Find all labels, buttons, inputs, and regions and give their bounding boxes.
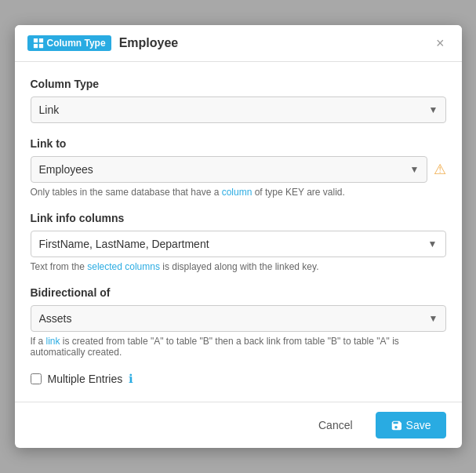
link-to-select-wrapper: Employees Assets Departments ▼ bbox=[31, 156, 427, 183]
table-icon bbox=[33, 38, 44, 49]
cancel-button[interactable]: Cancel bbox=[303, 412, 368, 438]
multiple-entries-label: Multiple Entries bbox=[48, 373, 123, 385]
warning-icon: ⚠ bbox=[434, 161, 446, 178]
column-type-label: Column Type bbox=[31, 78, 446, 90]
multiple-entries-row: Multiple Entries ℹ bbox=[31, 372, 446, 386]
column-type-group: Column Type Link Text Number Date ▼ bbox=[31, 78, 446, 123]
column-type-badge-label: Column Type bbox=[47, 38, 106, 49]
link-info-arrow-icon: ▼ bbox=[428, 238, 438, 249]
link-info-value: FirstName, LastName, Department bbox=[39, 238, 209, 250]
link-to-select[interactable]: Employees Assets Departments bbox=[31, 156, 427, 183]
svg-rect-2 bbox=[33, 44, 37, 48]
modal-overlay: Column Type Employee × Column Type Link … bbox=[0, 0, 476, 473]
modal-footer: Cancel Save bbox=[15, 402, 462, 448]
link-to-hint: Only tables in the same database that ha… bbox=[31, 187, 446, 198]
close-button[interactable]: × bbox=[431, 35, 449, 52]
modal-body: Column Type Link Text Number Date ▼ Link… bbox=[15, 62, 462, 402]
multiple-entries-checkbox[interactable] bbox=[31, 373, 42, 384]
modal-dialog: Column Type Employee × Column Type Link … bbox=[15, 25, 462, 448]
link-to-row: Employees Assets Departments ▼ ⚠ bbox=[31, 156, 446, 183]
column-type-select[interactable]: Link Text Number Date bbox=[31, 96, 446, 123]
column-type-icon-badge: Column Type bbox=[27, 35, 111, 51]
svg-rect-0 bbox=[33, 38, 37, 42]
svg-rect-1 bbox=[38, 38, 42, 42]
multiple-entries-info-icon[interactable]: ℹ bbox=[129, 372, 133, 386]
bidirectional-hint: If a link is created from table "A" to t… bbox=[31, 336, 446, 358]
bidirectional-select-wrapper: Assets Employees Departments ▼ bbox=[31, 305, 446, 332]
link-to-label: Link to bbox=[31, 137, 446, 150]
column-type-select-wrapper: Link Text Number Date ▼ bbox=[31, 96, 446, 123]
modal-header: Column Type Employee × bbox=[15, 25, 462, 62]
link-info-group: Link info columns FirstName, LastName, D… bbox=[31, 212, 446, 272]
link-info-hint: Text from the selected columns is displa… bbox=[31, 261, 446, 272]
save-button[interactable]: Save bbox=[376, 412, 446, 438]
svg-rect-3 bbox=[38, 44, 42, 48]
link-info-label: Link info columns bbox=[31, 212, 446, 224]
bidirectional-select[interactable]: Assets Employees Departments bbox=[31, 305, 446, 332]
link-to-group: Link to Employees Assets Departments ▼ ⚠… bbox=[31, 137, 446, 198]
bidirectional-group: Bidirectional of Assets Employees Depart… bbox=[31, 286, 446, 358]
bidirectional-label: Bidirectional of bbox=[31, 286, 446, 299]
modal-title: Employee bbox=[119, 36, 423, 50]
link-info-dropdown[interactable]: FirstName, LastName, Department ▼ bbox=[31, 231, 446, 257]
save-button-label: Save bbox=[406, 419, 431, 431]
save-icon bbox=[391, 420, 402, 431]
